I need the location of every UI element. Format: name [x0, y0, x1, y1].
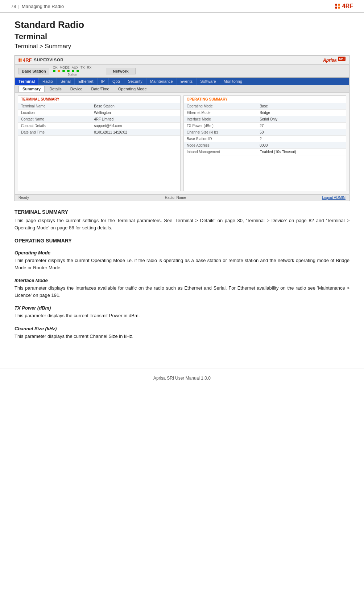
cell-label: TX Power (dBm): [184, 123, 257, 129]
table-row: Base Station ID 2: [184, 136, 346, 142]
nav-tab-events[interactable]: Events: [177, 78, 197, 85]
table-row: Inband Management Enabled (10s Timeout): [184, 149, 346, 155]
rx-label: RX: [87, 66, 92, 69]
table-row: TX Power (dBm) 27: [184, 123, 346, 129]
supervisor-label: SUPERVISOR: [34, 58, 64, 62]
screenshot-container: 4RF SUPERVISOR Aprisa SRi Base Station O…: [15, 55, 349, 201]
supervisor-header: 4RF SUPERVISOR Aprisa SRi: [15, 56, 349, 65]
cell-label: Terminal Name: [18, 103, 91, 110]
section-title: Terminal: [15, 32, 349, 41]
aprisa-text: Aprisa: [323, 58, 336, 63]
sub-tab-datetime[interactable]: Date/Time: [87, 86, 113, 92]
nav-tab-maintenance[interactable]: Maintenance: [146, 78, 177, 85]
header-bar: 78 | Managing the Radio 4RF: [0, 0, 364, 13]
operating-summary-panel: OPERATING SUMMARY Operating Mode Base Et…: [183, 95, 346, 191]
operating-summary-title: OPERATING SUMMARY: [184, 96, 346, 103]
nav-tab-radio[interactable]: Radio: [39, 78, 57, 85]
cell-label: Contact Name: [18, 116, 91, 123]
nav-tab-monitoring[interactable]: Monitoring: [220, 78, 246, 85]
nav-tab-ethernet[interactable]: Ethernet: [75, 78, 98, 85]
cell-value: Wellington: [91, 110, 180, 116]
logo-dot-4: [338, 7, 340, 9]
sub-tab-details[interactable]: Details: [45, 86, 66, 92]
supervisor-logo: 4RF: [18, 57, 32, 63]
tx-power-body-section: TX Power (dBm) This parameter displays t…: [15, 305, 349, 319]
network-box: Network: [106, 68, 135, 74]
logo-dot-1: [335, 4, 337, 6]
nav-tab-ip[interactable]: IP: [98, 78, 109, 85]
tx-dot: [72, 70, 74, 72]
cell-label: Node Address: [184, 142, 257, 149]
page-footer: Aprisa SRi User Manual 1.0.0: [0, 368, 364, 388]
terminal-summary-body-section: TERMINAL SUMMARY This page displays the …: [15, 209, 349, 231]
logout-link[interactable]: Logout ADMIN: [322, 196, 346, 200]
supervisor-logo-dots: [18, 58, 22, 62]
sub-tab-summary[interactable]: Summary: [18, 86, 45, 92]
rx-dot: [76, 70, 79, 72]
ok-label: OK: [53, 66, 58, 69]
cell-value: Serial Only: [257, 116, 346, 123]
aprisa-brand: Aprisa SRi: [323, 57, 346, 63]
aux-label: AUX: [72, 66, 79, 69]
nav-tab-serial[interactable]: Serial: [57, 78, 75, 85]
mode-dot: [58, 70, 60, 72]
sub-tabs: Summary Details Device Date/Time Operati…: [15, 85, 349, 93]
logo-dot-3: [335, 7, 337, 9]
cell-label: Base Station ID: [184, 136, 257, 142]
header-separator: |: [18, 4, 19, 9]
table-row: Channel Size (kHz) 50: [184, 129, 346, 136]
base-station-box: Base Station: [18, 68, 49, 74]
table-row: Contact Details support@4rf.com: [18, 123, 180, 129]
supervisor-left: 4RF SUPERVISOR: [18, 57, 64, 63]
cell-value: Enabled (10s Timeout): [257, 149, 346, 155]
nav-tab-security[interactable]: Security: [124, 78, 146, 85]
cell-value: 0000: [257, 142, 346, 149]
breadcrumb: Terminal > Summary: [15, 43, 349, 50]
sup-dot-4: [20, 60, 22, 62]
table-row: Location Wellington: [18, 110, 180, 116]
operating-mode-body-text: This parameter displays the current Oper…: [15, 257, 349, 271]
channel-size-body-text: This parameter displays the current Chan…: [15, 333, 349, 340]
terminal-summary-title: TERMINAL SUMMARY: [18, 96, 180, 103]
status-ready: Ready: [18, 196, 29, 200]
tx-power-body-text: This parameter displays the current Tran…: [15, 312, 349, 319]
terminal-summary-panel: TERMINAL SUMMARY Terminal Name Base Stat…: [18, 95, 181, 191]
sup-dot-1: [18, 58, 20, 60]
cell-value: 01/01/2011 14:26:02: [91, 129, 180, 136]
supervisor-logo-text: 4RF: [23, 57, 32, 63]
table-row: Contact Name 4RF Limited: [18, 116, 180, 123]
nav-tab-qos[interactable]: QoS: [109, 78, 124, 85]
operating-summary-table: Operating Mode Base Ethernet Mode Bridge…: [184, 103, 346, 155]
cell-label: Interface Mode: [184, 116, 257, 123]
page-content: Standard Radio Terminal Terminal > Summa…: [0, 13, 364, 361]
tx-label: TX: [80, 66, 85, 69]
sub-tab-device[interactable]: Device: [66, 86, 87, 92]
table-row: Date and Time 01/01/2011 14:26:02: [18, 129, 180, 136]
nav-tab-terminal[interactable]: Terminal: [15, 78, 39, 85]
nav-tabs: Terminal Radio Serial Ethernet IP QoS Se…: [15, 78, 349, 85]
cell-label: Channel Size (kHz): [184, 129, 257, 136]
ok-dot: [53, 70, 55, 72]
mode-label: MODE: [60, 66, 70, 69]
operating-mode-body-section: Operating Mode This parameter displays t…: [15, 250, 349, 271]
sub-tab-operating-mode[interactable]: Operating Mode: [114, 86, 151, 92]
cell-value: Base: [257, 103, 346, 110]
tx-power-body-title: TX Power (dBm): [15, 305, 349, 311]
cell-value: 4RF Limited: [91, 116, 180, 123]
radio-name: Radio: Name: [165, 196, 186, 200]
main-area: TERMINAL SUMMARY Terminal Name Base Stat…: [15, 93, 349, 194]
cell-label: Contact Details: [18, 123, 91, 129]
cell-label: Date and Time: [18, 129, 91, 136]
terminal-summary-body-text: This page displays the current settings …: [15, 217, 349, 231]
sup-dot-2: [20, 58, 22, 60]
operating-mode-body-title: Operating Mode: [15, 250, 349, 255]
page-title: Standard Radio: [15, 19, 349, 30]
header-logo: 4RF: [335, 3, 353, 9]
interface-mode-body-title: Interface Mode: [15, 278, 349, 283]
nav-tab-software[interactable]: Software: [197, 78, 220, 85]
aux-dot-1: [62, 70, 65, 72]
cell-label: Operating Mode: [184, 103, 257, 110]
page-number: 78: [11, 4, 16, 9]
station-bar: Base Station OK MODE AUX TX RX: [15, 65, 349, 78]
aux-dot-2: [67, 70, 70, 72]
